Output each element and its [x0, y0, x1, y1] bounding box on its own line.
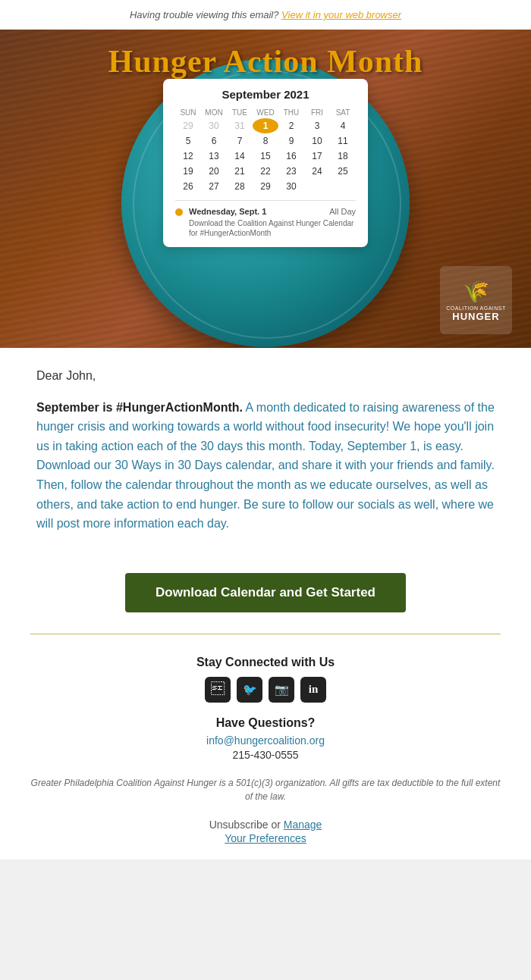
cal-day: 17 — [304, 149, 330, 164]
cal-day: 31 — [227, 118, 253, 133]
twitter-icon[interactable]: 🐦 — [237, 677, 262, 703]
event-date: Wednesday, Sept. 1 — [189, 207, 266, 216]
cal-day — [304, 179, 330, 194]
cal-day: 2 — [278, 118, 304, 133]
hero-title: Hunger Action Month — [0, 43, 531, 80]
cal-day: 25 — [330, 164, 356, 179]
logo-icon: 🌾 — [463, 279, 489, 304]
cal-day: 7 — [227, 133, 253, 149]
cal-day: 21 — [227, 164, 253, 179]
cal-day: 16 — [278, 149, 304, 164]
cal-day: 24 — [304, 164, 330, 179]
cal-day: 23 — [278, 164, 304, 179]
day-fri: FRI — [304, 107, 330, 118]
top-bar: Having trouble viewing this email? View … — [0, 0, 531, 30]
day-sun: SUN — [175, 107, 201, 118]
cal-day: 26 — [175, 179, 201, 194]
stay-connected-label: Stay Connected with Us — [30, 656, 501, 669]
linkedin-icon[interactable]: in — [300, 677, 326, 703]
body-text: September is #HungerActionMonth. A month… — [36, 398, 495, 534]
preferences-link[interactable]: Your Preferences — [225, 832, 306, 844]
cal-day: 5 — [175, 133, 201, 149]
cal-day: 8 — [253, 133, 278, 149]
download-button[interactable]: Download Calendar and Get Started — [125, 573, 406, 612]
bold-intro: September is #HungerActionMonth. — [36, 401, 243, 414]
logo-badge: 🌾 COALITION AGAINST HUNGER — [440, 266, 512, 334]
cta-container: Download Calendar and Get Started — [0, 573, 531, 612]
cal-day: 18 — [330, 149, 356, 164]
calendar-card: September 2021 SUN MON TUE WED THU FRI S… — [163, 79, 368, 247]
cal-day: 28 — [227, 179, 253, 194]
footer-unsubscribe: Unsubscribe or Manage — [30, 819, 501, 831]
questions-label: Have Questions? — [30, 716, 501, 730]
day-thu: THU — [278, 107, 304, 118]
cal-day: 30 — [278, 179, 304, 194]
cal-day: 12 — [175, 149, 201, 164]
cal-day: 10 — [304, 133, 330, 149]
cal-day: 29 — [253, 179, 278, 194]
calendar-month: September 2021 — [175, 88, 356, 101]
calendar-grid: SUN MON TUE WED THU FRI SAT 293031123456… — [175, 107, 356, 194]
footer-email[interactable]: info@hungercoalition.org — [30, 734, 501, 747]
cal-day: 11 — [330, 133, 356, 149]
cal-day: 22 — [253, 164, 278, 179]
body-paragraph: A month dedicated to raising awareness o… — [36, 401, 495, 531]
day-mon: MON — [201, 107, 227, 118]
unsubscribe-text: Unsubscribe or — [209, 819, 281, 831]
cal-day: 19 — [175, 164, 201, 179]
section-divider — [30, 634, 501, 634]
cal-day: 6 — [201, 133, 227, 149]
cal-day: 30 — [201, 118, 227, 133]
cal-day: 4 — [330, 118, 356, 133]
cal-day: 13 — [201, 149, 227, 164]
cal-day — [330, 179, 356, 194]
cal-day: 15 — [253, 149, 278, 164]
cal-day: 27 — [201, 179, 227, 194]
event-allday: All Day — [329, 207, 356, 216]
manage-link[interactable]: Manage — [284, 819, 322, 831]
webview-link[interactable]: View it in your web browser — [281, 9, 401, 20]
email-wrapper: Having trouble viewing this email? View … — [0, 0, 531, 859]
trouble-text: Having trouble viewing this email? — [130, 9, 279, 20]
footer: Stay Connected with Us  🐦 📷 in Have Que… — [0, 640, 531, 859]
logo-big-text: HUNGER — [452, 311, 499, 322]
logo-small-text: COALITION AGAINST — [446, 305, 506, 311]
day-sat: SAT — [330, 107, 356, 118]
event-dot — [175, 208, 183, 216]
social-icons:  🐦 📷 in — [30, 677, 501, 703]
cal-day: 9 — [278, 133, 304, 149]
cal-day: 1 — [253, 118, 278, 133]
cal-day: 20 — [201, 164, 227, 179]
hero-section: Hunger Action Month September 2021 SUN M… — [0, 30, 531, 348]
facebook-icon[interactable]:  — [205, 677, 231, 703]
footer-legal: Greater Philadelphia Coalition Against H… — [30, 776, 501, 803]
event-info: Wednesday, Sept. 1 All Day Download the … — [189, 207, 356, 238]
instagram-icon[interactable]: 📷 — [269, 677, 294, 703]
cal-day: 3 — [304, 118, 330, 133]
calendar-event: Wednesday, Sept. 1 All Day Download the … — [175, 207, 356, 238]
day-wed: WED — [253, 107, 278, 118]
cal-day: 14 — [227, 149, 253, 164]
cal-day: 29 — [175, 118, 201, 133]
day-tue: TUE — [227, 107, 253, 118]
footer-phone: 215-430-0555 — [30, 749, 501, 761]
event-desc: Download the Coalition Against Hunger Ca… — [189, 218, 356, 238]
greeting: Dear John, — [36, 366, 495, 386]
footer-preferences: Your Preferences — [30, 832, 501, 844]
body-content: Dear John, September is #HungerActionMon… — [0, 348, 531, 552]
